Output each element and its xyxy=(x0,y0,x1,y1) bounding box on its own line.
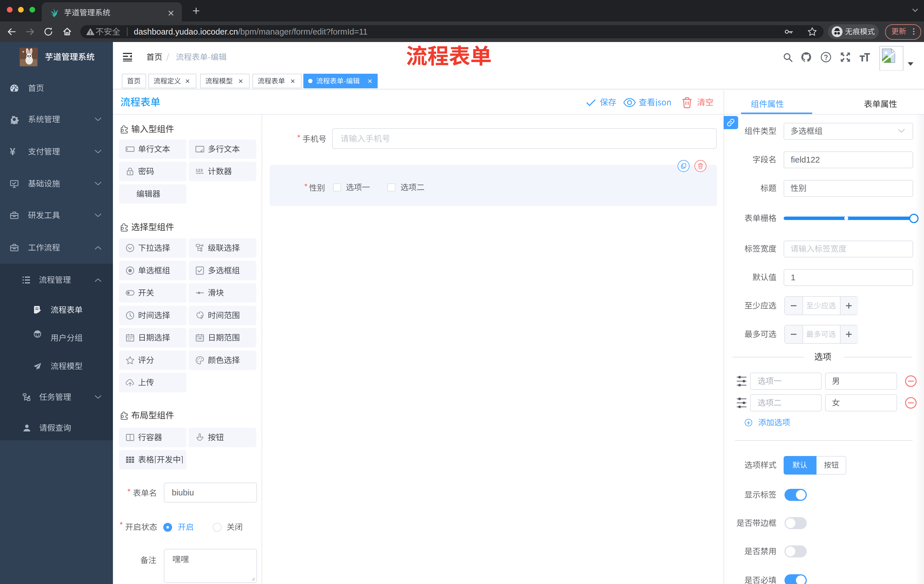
svg-text:123: 123 xyxy=(196,168,203,173)
